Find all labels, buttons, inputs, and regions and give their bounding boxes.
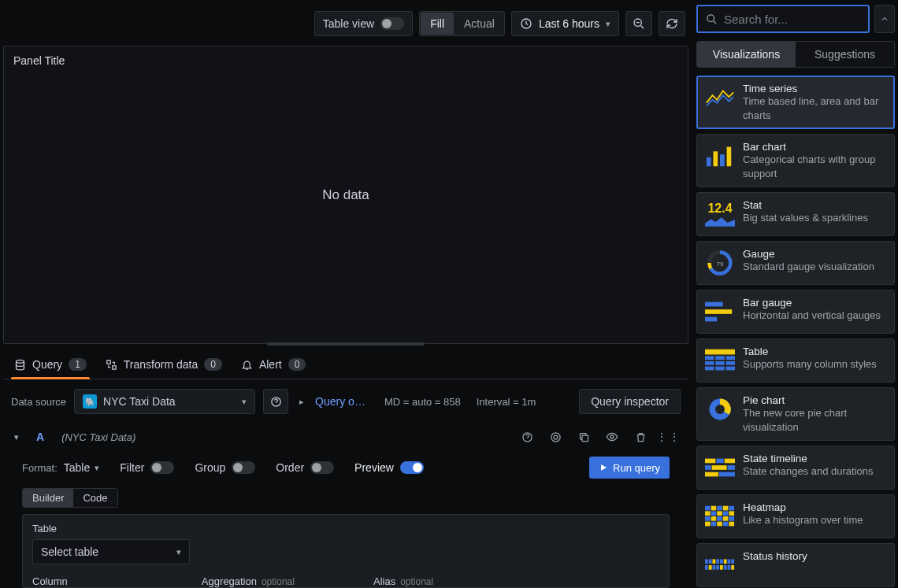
query-inspector-button[interactable]: Query inspector	[579, 389, 681, 414]
builder-code-tabs: Builder Code	[22, 488, 670, 508]
datasource-logo-icon: 🐘	[83, 394, 97, 409]
tab-query[interactable]: Query 1	[14, 358, 87, 379]
viz-status-history[interactable]: Status history	[696, 543, 895, 587]
sidebar-tabs: Visualizations Suggestions	[696, 41, 895, 68]
viz-bar-gauge[interactable]: Bar gauge Horizontal and vertical gauges	[696, 290, 895, 334]
query-delete-icon[interactable]	[632, 428, 649, 446]
viz-desc: Categorical charts with group support	[743, 153, 886, 180]
query-drag-icon[interactable]: ⋮⋮	[660, 428, 677, 446]
svg-rect-29	[715, 367, 724, 371]
svg-point-7	[551, 432, 559, 441]
preview-switch[interactable]	[400, 461, 424, 474]
query-letter[interactable]: A	[30, 431, 50, 443]
svg-rect-47	[711, 512, 717, 516]
heatmap-icon	[705, 501, 735, 531]
svg-rect-57	[711, 522, 717, 527]
chevron-right-icon: ▸	[296, 397, 307, 407]
query-duplicate-icon[interactable]	[575, 428, 592, 446]
svg-rect-35	[725, 459, 735, 464]
svg-rect-37	[712, 465, 727, 470]
panel-no-data: No data	[4, 46, 688, 343]
tab-query-count: 1	[69, 358, 87, 371]
run-query-button[interactable]: Run query	[589, 457, 670, 479]
viz-stat[interactable]: 12.4 Stat Big stat values & sparklines	[696, 192, 895, 236]
svg-point-8	[554, 435, 558, 439]
transform-icon	[106, 359, 117, 371]
svg-rect-36	[705, 465, 711, 470]
visualization-panel: Panel Title No data	[3, 46, 688, 344]
viz-bar-chart[interactable]: Bar chart Categorical charts with group …	[696, 134, 895, 187]
actual-button[interactable]: Actual	[455, 12, 504, 35]
svg-rect-55	[729, 516, 734, 521]
tab-suggestions[interactable]: Suggestions	[796, 42, 894, 67]
svg-rect-18	[705, 302, 723, 307]
table-select[interactable]: Select table ▾	[32, 539, 190, 564]
viz-desc: Horizontal and vertical gauges	[743, 309, 881, 323]
search-icon	[706, 13, 718, 25]
fill-button[interactable]: Fill	[421, 13, 454, 35]
time-range-label: Last 6 hours	[539, 17, 599, 30]
tab-visualizations[interactable]: Visualizations	[697, 42, 796, 67]
state-timeline-icon	[705, 453, 735, 483]
filter-switch[interactable]	[150, 461, 174, 474]
tab-transform[interactable]: Transform data 0	[106, 358, 222, 379]
query-editor: ▾ A (NYC Taxi Data) ⋮⋮ Format: Table ▾	[3, 423, 688, 588]
viz-heatmap[interactable]: Heatmap Like a histogram over time	[696, 494, 895, 538]
query-settings-icon[interactable]	[547, 428, 564, 446]
query-row-header: ▾ A (NYC Taxi Data) ⋮⋮	[8, 423, 684, 450]
group-switch[interactable]	[232, 461, 255, 474]
gauge-icon: 79	[705, 248, 735, 278]
query-help-icon[interactable]	[518, 428, 536, 446]
svg-rect-51	[705, 516, 711, 521]
panel-resize-handle[interactable]	[267, 342, 425, 346]
svg-rect-70	[709, 565, 712, 570]
viz-search-input[interactable]	[724, 13, 860, 26]
viz-name: Gauge	[743, 248, 874, 260]
viz-state-timeline[interactable]: State timeline State changes and duratio…	[696, 446, 895, 490]
svg-rect-71	[713, 565, 716, 570]
collapse-icon[interactable]: ▾	[14, 432, 19, 442]
query-options-link[interactable]: Query o…	[315, 395, 366, 408]
svg-rect-21	[705, 349, 735, 355]
svg-rect-39	[705, 472, 718, 477]
code-tab[interactable]: Code	[73, 489, 117, 507]
svg-text:79: 79	[717, 261, 724, 268]
svg-rect-59	[723, 522, 729, 527]
interval-text: Interval = 1m	[477, 396, 536, 408]
viz-name: Table	[743, 346, 877, 357]
viz-search[interactable]	[696, 5, 870, 33]
chevron-down-icon: ▾	[95, 463, 99, 473]
svg-rect-73	[720, 565, 723, 570]
svg-rect-27	[726, 361, 735, 365]
chevron-down-icon: ▾	[176, 547, 181, 557]
svg-rect-54	[723, 516, 729, 521]
svg-rect-38	[728, 465, 736, 470]
svg-rect-28	[705, 367, 714, 371]
datasource-picker[interactable]: 🐘 NYC Taxi Data ▾	[74, 389, 255, 414]
svg-point-10	[610, 435, 614, 438]
fill-actual-segment: Fill Actual	[419, 11, 505, 36]
viz-name: Stat	[743, 199, 868, 211]
datasource-help-button[interactable]	[263, 389, 288, 414]
viz-time-series[interactable]: Time series Time based line, area and ba…	[696, 76, 895, 129]
refresh-button[interactable]	[659, 11, 685, 36]
order-switch[interactable]	[310, 461, 334, 474]
tab-alert[interactable]: Alert 0	[241, 358, 306, 379]
svg-rect-33	[705, 459, 715, 464]
viz-pie-chart[interactable]: Pie chart The new core pie chart visuali…	[696, 387, 895, 441]
right-sidebar: Visualizations Suggestions Time series T…	[693, 0, 898, 588]
viz-table[interactable]: Table Supports many column styles	[696, 338, 895, 383]
table-view-label: Table view	[323, 17, 374, 30]
time-range-picker[interactable]: Last 6 hours ▾	[511, 11, 619, 36]
query-toggle-visibility-icon[interactable]	[603, 428, 621, 446]
zoom-out-button[interactable]	[625, 11, 652, 36]
table-view-switch[interactable]	[380, 17, 404, 30]
collapse-sidebar-button[interactable]	[874, 5, 895, 33]
builder-tab[interactable]: Builder	[23, 489, 73, 507]
format-select[interactable]: Table ▾	[64, 461, 99, 474]
viz-gauge[interactable]: 79 Gauge Standard gauge visualization	[696, 241, 895, 285]
svg-rect-72	[716, 565, 719, 570]
svg-rect-46	[705, 512, 711, 516]
table-view-toggle[interactable]: Table view	[314, 11, 413, 36]
md-text: MD = auto = 858	[384, 396, 461, 408]
